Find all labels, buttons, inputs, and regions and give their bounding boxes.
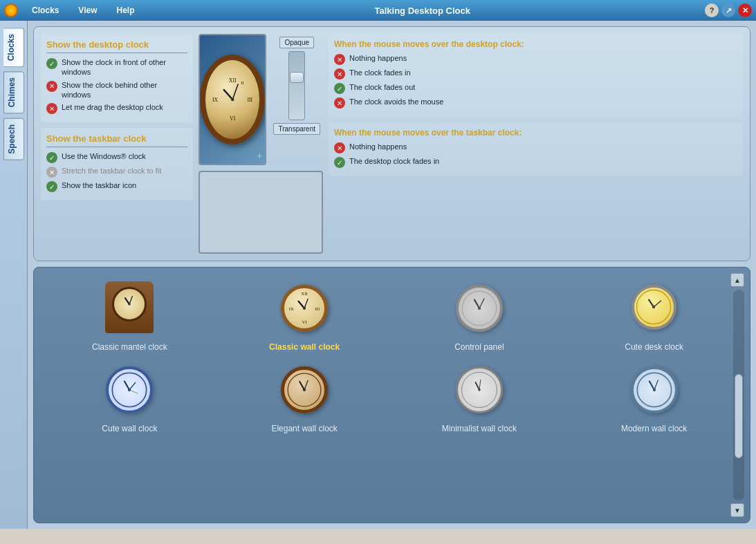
drag-clock-checkbox[interactable]: ✕ [46,103,57,114]
clock-thumb-elegant [277,363,332,418]
svg-point-30 [128,388,131,391]
close-button[interactable]: ✕ [738,3,752,17]
expand-icon[interactable]: + [257,150,262,161]
show-front-row[interactable]: ✓ Show the clock in front of other windo… [46,57,187,77]
scrollbar-thumb[interactable] [735,374,743,458]
title-bar-left: Clocks View Help [4,3,140,17]
desktop-fades-out-row[interactable]: ✓ The clock fades out [334,82,737,94]
desktop-avoids-checkbox[interactable]: ✕ [334,97,345,109]
svg-point-34 [303,388,306,391]
svg-point-38 [478,388,481,391]
svg-point-7 [231,98,234,102]
desktop-nothing-checkbox[interactable]: ✕ [334,54,345,65]
svg-line-5 [224,90,233,100]
sidebar-tab-chimes[interactable]: Chimes [3,71,24,113]
desktop-mouse-section: When the mouse moves over the desktop cl… [329,34,743,117]
clock-item-modern[interactable]: Modern wall clock [572,363,736,433]
clock-mantel-label: Classic mantel clock [92,342,167,352]
use-windows-clock-checkbox[interactable]: ✓ [46,152,57,163]
opacity-slider-area: Opaque Transparent [270,34,323,165]
settings-column: Show the desktop clock ✓ Show the clock … [41,34,193,254]
svg-point-10 [129,303,131,306]
scroll-up-button[interactable]: ▲ [730,273,744,287]
clock-item-elegant[interactable]: Elegant wall clock [223,363,387,433]
clock-item-classic-wall[interactable]: XII III VI IX Classic wall clock [223,281,387,352]
menu-item-help[interactable]: Help [111,6,140,15]
show-behind-checkbox[interactable]: ✕ [46,81,57,92]
desktop-avoids-label: The clock avoids the mouse [349,97,443,106]
clock-preview-face: XII III VI IX II [200,55,265,144]
svg-text:XII: XII [229,77,237,84]
menu-item-view[interactable]: View [73,6,102,15]
desktop-avoids-row[interactable]: ✕ The clock avoids the mouse [334,97,737,109]
classic-wall-clock-shape: XII III VI IX [281,285,328,332]
svg-point-42 [652,388,655,391]
opaque-label: Opaque [279,37,314,48]
svg-text:XII: XII [301,291,308,296]
taskbar-preview-box [199,171,323,254]
show-front-label: Show the clock in front of other windows [62,57,187,77]
use-windows-clock-label: Use the Windows® clock [62,151,146,161]
sidebar-tab-clocks[interactable]: Clocks [3,28,24,67]
taskbar-clock-title[interactable]: Show the taskbar clock [46,133,187,147]
mantel-clock-face [112,287,147,321]
clock-cute-desk-label: Cute desk clock [625,342,683,352]
menu-item-clocks[interactable]: Clocks [26,6,64,15]
minimalist-clock-shape [456,366,503,413]
svg-point-25 [652,306,655,308]
taskbar-fades-in-row[interactable]: ✓ The desktop clock fades in [334,156,737,168]
cute-wall-clock-shape [106,366,153,413]
title-bar: Clocks View Help Talking Desktop Clock ?… [0,0,756,21]
show-behind-row[interactable]: ✕ Show the clock behind other windows [46,80,187,100]
show-front-checkbox[interactable]: ✓ [46,58,57,69]
help-button[interactable]: ? [705,3,719,17]
desktop-fades-out-checkbox[interactable]: ✓ [334,83,345,94]
svg-text:IX: IX [212,97,219,103]
clock-item-cute-wall[interactable]: Cute wall clock [48,363,212,433]
clock-item-control[interactable]: Control panel [398,281,562,352]
clock-item-cute-desk[interactable]: Cute desk clock [572,281,736,352]
sidebar-tab-speech[interactable]: Speech [3,118,24,160]
svg-line-16 [304,299,308,308]
title-bar-controls: ? ↗ ✕ [705,3,752,17]
opacity-slider-thumb[interactable] [290,72,304,83]
svg-point-21 [478,307,481,310]
desktop-clock-section: Show the desktop clock ✓ Show the clock … [41,34,193,122]
use-windows-clock-row[interactable]: ✓ Use the Windows® clock [46,151,187,163]
scroll-down-button[interactable]: ▼ [730,503,744,517]
desktop-fades-in-checkbox[interactable]: ✕ [334,68,345,79]
taskbar-fades-in-checkbox[interactable]: ✓ [334,157,345,168]
clock-thumb-minimalist [452,363,507,418]
show-taskbar-icon-row[interactable]: ✓ Show the taskbar icon [46,180,187,192]
desktop-fades-in-label: The clock fades in [349,68,411,77]
taskbar-nothing-checkbox[interactable]: ✕ [334,142,345,153]
drag-clock-label: Let me drag the desktop clock [62,102,163,112]
desktop-nothing-row[interactable]: ✕ Nothing happens [334,53,737,65]
stretch-taskbar-row: ✕ Stretch the taskbar clock to fit [46,166,187,178]
cute-desk-clock-shape [631,285,676,330]
bottom-panel: ▲ ▼ [33,267,750,523]
taskbar-nothing-row[interactable]: ✕ Nothing happens [334,142,737,153]
taskbar-mouse-section: When the mouse moves over the taskbar cl… [329,122,743,176]
clock-classic-wall-label: Classic wall clock [269,342,340,352]
clock-item-minimalist[interactable]: Minimalist wall clock [398,363,562,433]
svg-line-6 [232,84,238,100]
svg-line-37 [479,379,481,390]
svg-text:II: II [241,80,243,85]
control-clock-shape [456,285,503,332]
desktop-clock-title[interactable]: Show the desktop clock [46,39,187,53]
clock-item-mantel[interactable]: Classic mantel clock [48,281,212,352]
clock-minimalist-label: Minimalist wall clock [442,424,517,433]
clock-thumb-mantel [102,281,157,337]
svg-line-20 [479,299,484,308]
opacity-slider-track[interactable] [288,51,305,120]
clock-grid: Classic mantel clock XII III VI IX [41,274,743,440]
drag-clock-row[interactable]: ✕ Let me drag the desktop clock [46,102,187,114]
desktop-fades-in-row[interactable]: ✕ The clock fades in [334,68,737,79]
desktop-nothing-label: Nothing happens [349,53,407,63]
show-taskbar-icon-checkbox[interactable]: ✓ [46,181,57,192]
arrow-button[interactable]: ↗ [721,3,735,17]
content-area: Show the desktop clock ✓ Show the clock … [28,21,756,529]
clock-thumb-modern [627,363,682,418]
clock-thumb-cute-desk [627,281,682,337]
